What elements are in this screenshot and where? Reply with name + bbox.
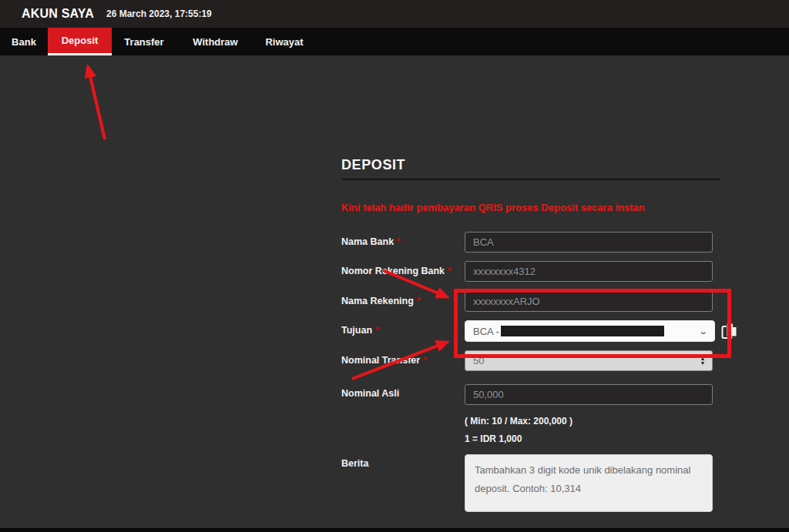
tab-bank[interactable]: Bank bbox=[0, 28, 48, 55]
required-marker: * bbox=[448, 266, 452, 276]
berita-field[interactable]: Tambahkan 3 digit kode unik dibelakang n… bbox=[465, 454, 713, 512]
title-divider bbox=[341, 179, 720, 180]
tab-withdraw[interactable]: Withdraw bbox=[176, 28, 254, 55]
tujuan-label: Tujuan* bbox=[341, 325, 465, 336]
berita-label: Berita bbox=[341, 458, 465, 469]
spinner-down-icon[interactable]: ▼ bbox=[700, 361, 706, 366]
qris-notice: Kini telah hadir pembayaran QRIS proses … bbox=[341, 202, 727, 213]
tab-transfer[interactable]: Transfer bbox=[112, 28, 176, 55]
rate-hint: 1 = IDR 1,000 bbox=[465, 433, 522, 444]
required-marker: * bbox=[417, 296, 421, 306]
min-max-hint: ( Min: 10 / Max: 200,000 ) bbox=[465, 416, 572, 427]
account-title: AKUN SAYA bbox=[22, 7, 94, 21]
tab-riwayat[interactable]: Riwayat bbox=[254, 28, 314, 55]
nominal-transfer-wrapper: ▲ ▼ bbox=[465, 350, 713, 371]
nama-bank-label: Nama Bank* bbox=[341, 236, 465, 247]
datetime-display: 26 March 2023, 17:55:19 bbox=[106, 8, 212, 19]
bottom-strip bbox=[0, 528, 789, 532]
nominal-asli-field[interactable] bbox=[465, 384, 713, 405]
number-spinner[interactable]: ▲ ▼ bbox=[697, 352, 708, 370]
copy-button[interactable] bbox=[721, 322, 738, 340]
tujuan-selected-value: BCA - bbox=[473, 326, 499, 337]
deposit-page: AKUN SAYA 26 March 2023, 17:55:19 Bank D… bbox=[0, 0, 789, 532]
copy-icon bbox=[721, 322, 738, 340]
nomor-rekening-field[interactable] bbox=[465, 261, 713, 282]
nama-bank-field[interactable] bbox=[465, 232, 713, 253]
tab-deposit[interactable]: Deposit bbox=[48, 28, 112, 55]
required-marker: * bbox=[423, 355, 427, 366]
nominal-asli-label: Nominal Asli bbox=[341, 388, 465, 399]
redaction-bar bbox=[501, 326, 664, 336]
deposit-form: DEPOSIT Kini telah hadir pembayaran QRIS… bbox=[0, 55, 789, 528]
nominal-transfer-field[interactable] bbox=[465, 350, 713, 371]
nav-bar: Bank Deposit Transfer Withdraw Riwayat bbox=[0, 28, 789, 55]
topbar: AKUN SAYA 26 March 2023, 17:55:19 bbox=[0, 0, 789, 28]
nominal-transfer-label: Nominal Transfer* bbox=[341, 355, 465, 366]
page-title: DEPOSIT bbox=[341, 157, 405, 173]
tujuan-select[interactable]: BCA - ⌄ bbox=[465, 320, 715, 342]
required-marker: * bbox=[397, 236, 401, 247]
nama-rekening-field[interactable] bbox=[465, 291, 713, 312]
nomor-rekening-label: Nomor Rekening Bank* bbox=[341, 266, 465, 276]
chevron-down-icon: ⌄ bbox=[698, 326, 708, 336]
nama-rekening-label: Nama Rekening* bbox=[341, 296, 465, 306]
required-marker: * bbox=[375, 325, 379, 336]
